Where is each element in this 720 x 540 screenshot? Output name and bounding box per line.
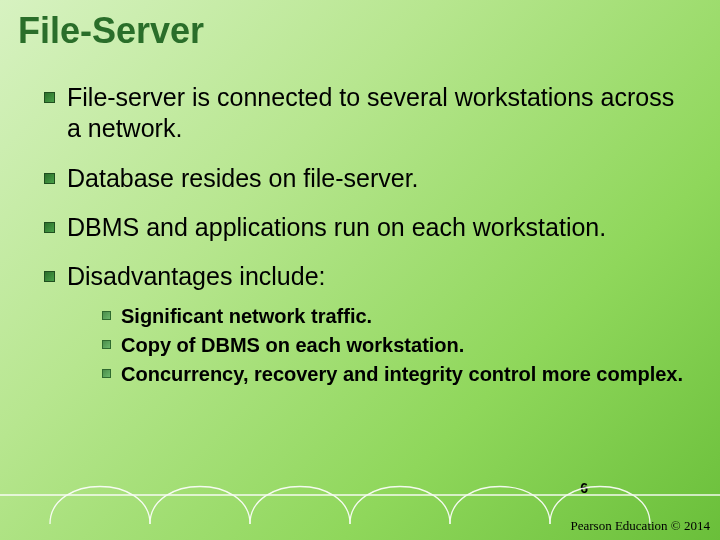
list-item: Disadvantages include: (44, 261, 692, 292)
bullet-icon (102, 311, 111, 320)
list-item: Database resides on file-server. (44, 163, 692, 194)
bullet-text: DBMS and applications run on each workst… (67, 212, 606, 243)
bullet-text: Disadvantages include: (67, 261, 326, 292)
list-item: Copy of DBMS on each workstation. (102, 333, 692, 358)
page-number: 6 (580, 480, 588, 496)
bullet-text: Database resides on file-server. (67, 163, 419, 194)
bullet-text: Copy of DBMS on each workstation. (121, 333, 464, 358)
bullet-icon (44, 173, 55, 184)
bullet-icon (44, 92, 55, 103)
bullet-text: Significant network traffic. (121, 304, 372, 329)
arches-icon (0, 464, 720, 524)
bullet-icon (102, 340, 111, 349)
bottom-ornament (0, 464, 720, 524)
slide-content: File-server is connected to several work… (0, 52, 720, 387)
bullet-icon (102, 369, 111, 378)
slide-title: File-Server (0, 0, 720, 52)
bullet-icon (44, 222, 55, 233)
list-item: File-server is connected to several work… (44, 82, 692, 145)
bullet-icon (44, 271, 55, 282)
slide: File-Server File-server is connected to … (0, 0, 720, 540)
list-item: DBMS and applications run on each workst… (44, 212, 692, 243)
list-item: Concurrency, recovery and integrity cont… (102, 362, 692, 387)
sub-list: Significant network traffic. Copy of DBM… (44, 304, 692, 387)
bullet-text: Concurrency, recovery and integrity cont… (121, 362, 683, 387)
bullet-text: File-server is connected to several work… (67, 82, 692, 145)
copyright-text: Pearson Education © 2014 (571, 518, 711, 534)
list-item: Significant network traffic. (102, 304, 692, 329)
